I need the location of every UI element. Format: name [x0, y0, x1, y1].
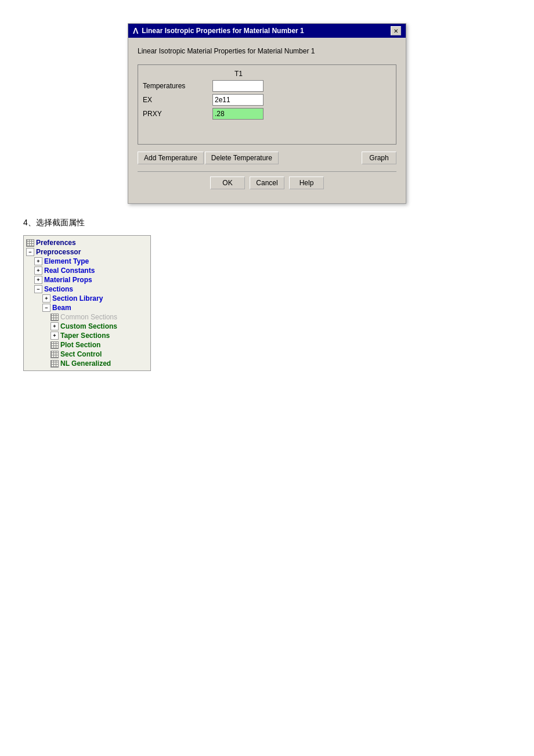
empty-space: [143, 122, 391, 139]
grid-icon: [50, 341, 59, 349]
tree-item-sect-control[interactable]: Sect Control: [24, 350, 150, 359]
dialog-titlebar: Λ Linear Isotropic Properties for Materi…: [128, 24, 406, 38]
expand-icon[interactable]: +: [34, 276, 42, 284]
dialog-body: Linear Isotropic Material Properties for…: [128, 38, 406, 203]
prxy-label: PRXY: [143, 110, 212, 118]
tree-item-taper-sections[interactable]: +Taper Sections: [24, 331, 150, 340]
col-header-t1: T1: [212, 70, 265, 78]
expand-icon[interactable]: +: [34, 257, 42, 265]
tree-item-custom-sections[interactable]: +Custom Sections: [24, 322, 150, 331]
expand-icon[interactable]: +: [50, 332, 59, 340]
table-row-temperatures: Temperatures: [143, 80, 391, 92]
dialog-wrapper: Λ Linear Isotropic Properties for Materi…: [23, 23, 511, 204]
temperatures-input[interactable]: [212, 80, 264, 92]
expand-icon[interactable]: +: [50, 322, 59, 330]
tree-item-label-taper-sections: Taper Sections: [60, 332, 110, 340]
add-temperature-button[interactable]: Add Temperature: [138, 152, 204, 164]
dialog-title: Linear Isotropic Properties for Material…: [142, 27, 304, 35]
table-row-prxy: PRXY: [143, 108, 391, 120]
tree-item-label-real-constants: Real Constants: [44, 267, 95, 275]
titlebar-left: Λ Linear Isotropic Properties for Materi…: [133, 26, 304, 35]
material-properties-dialog: Λ Linear Isotropic Properties for Materi…: [128, 23, 406, 204]
tree-item-plot-section[interactable]: Plot Section: [24, 340, 150, 350]
ex-input[interactable]: [212, 94, 264, 106]
temperature-buttons-row: Add Temperature Delete Temperature Graph: [138, 152, 396, 164]
grid-icon: [50, 360, 59, 368]
table-row-ex: EX: [143, 94, 391, 106]
help-button[interactable]: Help: [289, 177, 324, 189]
tree-item-label-preferences: Preferences: [36, 239, 76, 247]
table-header-row: T1: [212, 70, 391, 78]
cancel-button[interactable]: Cancel: [250, 177, 284, 189]
tree-item-label-sect-control: Sect Control: [60, 350, 102, 358]
temperatures-label: Temperatures: [143, 82, 212, 90]
tree-menu: Preferences−Preprocessor+Element Type+Re…: [23, 235, 151, 371]
collapse-icon[interactable]: −: [34, 285, 42, 293]
tree-item-label-element-type: Element Type: [44, 257, 89, 265]
tree-item-label-nl-generalized: NL Generalized: [60, 359, 111, 368]
tree-item-element-type[interactable]: +Element Type: [24, 257, 150, 266]
step-label: 4、选择截面属性: [23, 218, 511, 228]
tree-item-sections[interactable]: −Sections: [24, 285, 150, 294]
tree-item-label-section-library: Section Library: [52, 294, 103, 303]
tree-item-label-common-sections: Common Sections: [60, 313, 117, 321]
tree-item-label-sections: Sections: [44, 285, 73, 293]
tree-item-section-library[interactable]: +Section Library: [24, 294, 150, 303]
expand-icon[interactable]: +: [34, 267, 42, 275]
tree-item-real-constants[interactable]: +Real Constants: [24, 266, 150, 275]
tree-item-common-sections[interactable]: Common Sections: [24, 312, 150, 322]
prxy-input[interactable]: [212, 108, 264, 120]
dialog-subtitle: Linear Isotropic Material Properties for…: [138, 47, 396, 55]
tree-item-material-props[interactable]: +Material Props: [24, 275, 150, 285]
collapse-icon[interactable]: −: [42, 304, 50, 312]
ansys-icon: Λ: [133, 26, 138, 35]
tree-item-label-preprocessor: Preprocessor: [36, 248, 81, 256]
ex-label: EX: [143, 96, 212, 104]
tree-item-beam[interactable]: −Beam: [24, 303, 150, 312]
close-button[interactable]: ✕: [391, 26, 401, 35]
collapse-icon[interactable]: −: [26, 248, 34, 256]
ok-button[interactable]: OK: [210, 177, 245, 189]
tree-item-label-plot-section: Plot Section: [60, 341, 100, 349]
tree-item-label-custom-sections: Custom Sections: [60, 322, 117, 330]
tree-item-preprocessor[interactable]: −Preprocessor: [24, 247, 150, 257]
graph-button[interactable]: Graph: [362, 152, 396, 164]
tree-item-nl-generalized[interactable]: NL Generalized: [24, 359, 150, 368]
properties-table: T1 Temperatures EX PRXY: [138, 64, 396, 145]
grid-icon: [50, 351, 59, 358]
dialog-footer: OK Cancel Help: [138, 171, 396, 194]
grid-icon: [50, 314, 59, 321]
delete-temperature-button[interactable]: Delete Temperature: [205, 152, 279, 164]
tree-item-preferences[interactable]: Preferences: [24, 238, 150, 247]
tree-item-label-material-props: Material Props: [44, 276, 92, 284]
grid-icon: [26, 239, 34, 247]
tree-item-label-beam: Beam: [52, 304, 71, 312]
expand-icon[interactable]: +: [42, 294, 50, 303]
